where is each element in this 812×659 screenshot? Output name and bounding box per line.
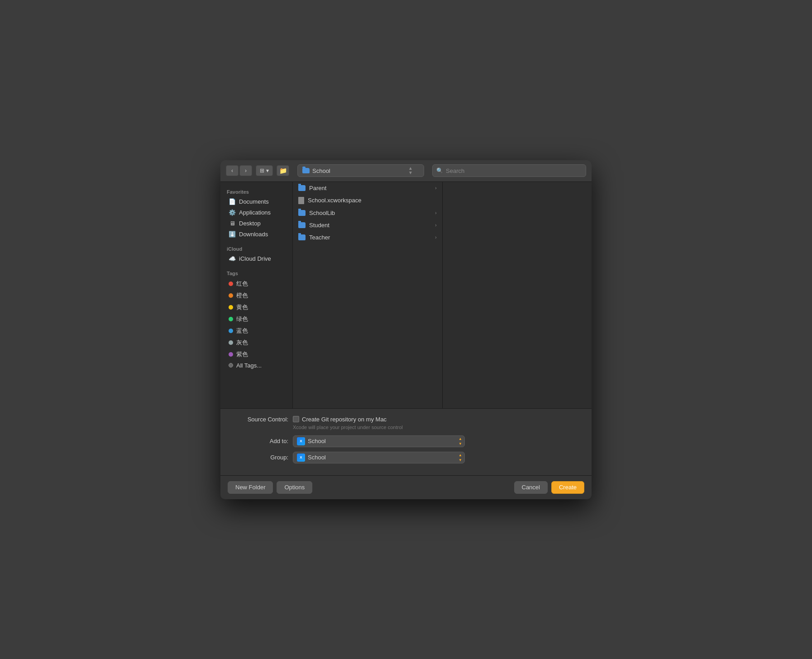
- sidebar-item-documents[interactable]: 📄 Documents: [222, 196, 291, 207]
- file-label-xcworkspace: School.xcworkspace: [308, 197, 362, 204]
- sidebar-item-desktop[interactable]: 🖥 Desktop: [222, 218, 291, 229]
- footer-left: New Folder Options: [228, 481, 312, 494]
- tag-blue-label: 蓝色: [236, 327, 248, 335]
- tag-red-dot: [229, 282, 233, 286]
- footer-right: Cancel Create: [514, 481, 585, 494]
- file-item-xcworkspace[interactable]: School.xcworkspace: [293, 194, 442, 207]
- sidebar-item-all-tags[interactable]: All Tags...: [222, 360, 291, 371]
- add-to-chevron-icon: ▲ ▼: [459, 437, 462, 446]
- tag-green-dot: [229, 317, 233, 321]
- sidebar: Favorites 📄 Documents ⚙️ Applications 🖥 …: [220, 182, 293, 408]
- bottom-panel: Source Control: Create Git repository on…: [220, 408, 592, 475]
- right-panel: [443, 182, 592, 408]
- save-dialog: ‹ › ⊞ ▾ 📁 School ▲ ▼ 🔍 Favori: [220, 160, 592, 499]
- tag-all-dot: [229, 363, 233, 368]
- search-box[interactable]: 🔍: [432, 164, 586, 177]
- tag-orange-label: 橙色: [236, 291, 248, 300]
- folder-icon-student: [298, 222, 306, 228]
- location-dropdown[interactable]: School ▲ ▼: [297, 164, 424, 177]
- add-to-label: Add to:: [239, 438, 288, 444]
- group-label: Group:: [239, 454, 288, 461]
- sidebar-item-applications-label: Applications: [239, 209, 271, 216]
- search-icon: 🔍: [436, 167, 443, 174]
- file-item-parent[interactable]: Parent ›: [293, 182, 442, 194]
- tag-purple-label: 紫色: [236, 350, 248, 358]
- search-input[interactable]: [446, 167, 582, 174]
- sidebar-item-tag-purple[interactable]: 紫色: [222, 349, 291, 360]
- sidebar-item-tag-gray[interactable]: 灰色: [222, 337, 291, 349]
- chevron-right-teacher-icon: ›: [435, 235, 436, 240]
- tag-orange-dot: [229, 293, 233, 298]
- folder-icon-parent: [298, 185, 306, 191]
- tag-blue-dot: [229, 329, 233, 333]
- location-label: School: [312, 167, 330, 174]
- file-label-parent: Parent: [309, 185, 326, 191]
- sidebar-item-icloud-label: iCloud Drive: [239, 255, 271, 262]
- tag-gray-dot: [229, 340, 233, 345]
- file-label-student: Student: [309, 222, 330, 229]
- tag-green-label: 绿色: [236, 315, 248, 323]
- tags-header: Tags: [220, 268, 292, 278]
- file-item-schoollib[interactable]: SchoolLib ›: [293, 207, 442, 219]
- view-chevron-icon: ▾: [266, 167, 269, 174]
- sidebar-item-downloads-label: Downloads: [239, 231, 268, 238]
- sidebar-item-tag-green[interactable]: 绿色: [222, 313, 291, 325]
- sidebar-item-applications[interactable]: ⚙️ Applications: [222, 207, 291, 218]
- file-label-schoollib: SchoolLib: [309, 210, 335, 216]
- applications-icon: ⚙️: [229, 209, 236, 216]
- add-to-row: Add to: X School ▲ ▼: [239, 435, 573, 447]
- sidebar-item-documents-label: Documents: [239, 198, 269, 205]
- file-item-teacher[interactable]: Teacher ›: [293, 231, 442, 244]
- add-to-select[interactable]: X School ▲ ▼: [293, 435, 465, 447]
- tag-all-label: All Tags...: [236, 362, 262, 369]
- chevron-right-schoollib-icon: ›: [435, 210, 436, 215]
- folder-button[interactable]: 📁: [277, 165, 289, 176]
- chevron-right-parent-icon: ›: [435, 186, 436, 191]
- options-button[interactable]: Options: [277, 481, 312, 494]
- create-button[interactable]: Create: [551, 481, 584, 494]
- group-chevron-icon: ▲ ▼: [459, 453, 462, 462]
- location-folder-icon: [302, 168, 310, 173]
- icloud-header: iCloud: [220, 244, 292, 253]
- downloads-icon: ⬇️: [229, 231, 236, 238]
- tag-gray-label: 灰色: [236, 339, 248, 347]
- tag-red-label: 红色: [236, 280, 248, 288]
- toolbar: ‹ › ⊞ ▾ 📁 School ▲ ▼ 🔍: [220, 160, 592, 182]
- tag-yellow-label: 黄色: [236, 303, 248, 311]
- sidebar-item-desktop-label: Desktop: [239, 220, 261, 227]
- tag-yellow-dot: [229, 305, 233, 310]
- folder-icon-teacher: [298, 234, 306, 240]
- create-git-checkbox-wrapper: Create Git repository on my Mac: [293, 416, 387, 423]
- create-git-label: Create Git repository on my Mac: [302, 416, 387, 423]
- forward-button[interactable]: ›: [239, 165, 252, 176]
- desktop-icon: 🖥: [229, 220, 236, 227]
- nav-buttons: ‹ ›: [226, 165, 252, 176]
- cancel-button[interactable]: Cancel: [514, 481, 548, 494]
- group-row: Group: X School ▲ ▼: [239, 452, 573, 463]
- folder-icon: 📁: [279, 167, 287, 174]
- doc-icon-xcworkspace: [298, 197, 304, 204]
- source-control-row: Source Control: Create Git repository on…: [239, 416, 573, 423]
- add-to-value: School: [308, 438, 454, 444]
- group-select[interactable]: X School ▲ ▼: [293, 452, 465, 463]
- sidebar-item-tag-blue[interactable]: 蓝色: [222, 325, 291, 337]
- sidebar-item-tag-orange[interactable]: 橙色: [222, 290, 291, 301]
- sidebar-item-downloads[interactable]: ⬇️ Downloads: [222, 229, 291, 240]
- new-folder-button[interactable]: New Folder: [228, 481, 273, 494]
- documents-icon: 📄: [229, 198, 236, 205]
- location-chevron-icon: ▲ ▼: [408, 166, 413, 175]
- view-toggle-button[interactable]: ⊞ ▾: [256, 165, 273, 176]
- back-button[interactable]: ‹: [226, 165, 239, 176]
- tag-purple-dot: [229, 352, 233, 357]
- icloud-icon: ☁️: [229, 255, 236, 263]
- create-git-checkbox[interactable]: [293, 416, 299, 422]
- favorites-header: Favorites: [220, 186, 292, 196]
- file-item-student[interactable]: Student ›: [293, 219, 442, 231]
- xcode-group-icon: X: [297, 454, 305, 462]
- sidebar-item-tag-yellow[interactable]: 黄色: [222, 301, 291, 313]
- sidebar-item-icloud-drive[interactable]: ☁️ iCloud Drive: [222, 253, 291, 264]
- group-value: School: [308, 454, 454, 461]
- chevron-right-student-icon: ›: [435, 223, 436, 228]
- sidebar-item-tag-red[interactable]: 红色: [222, 278, 291, 290]
- footer: New Folder Options Cancel Create: [220, 475, 592, 499]
